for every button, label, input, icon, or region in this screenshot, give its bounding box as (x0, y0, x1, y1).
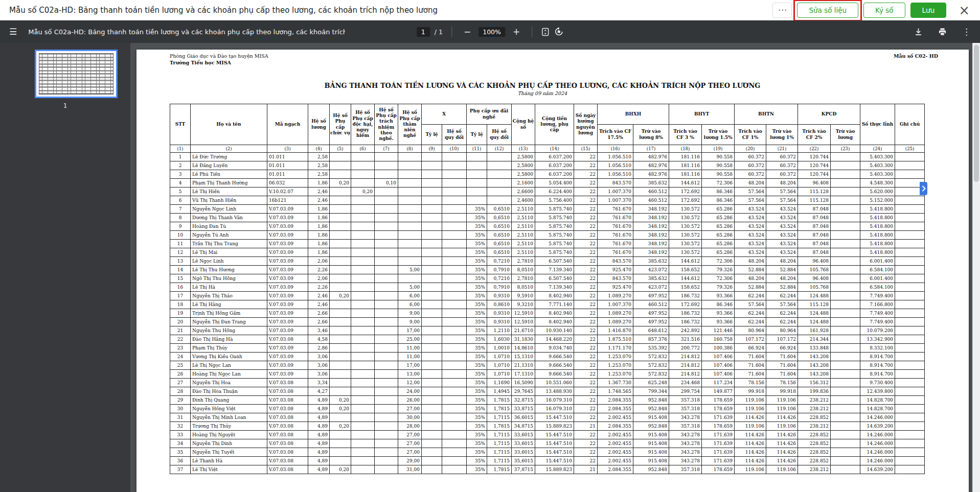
table-row: 17Nguyễn Thị ThảoV.07.03.092,460,206,003… (170, 292, 925, 300)
col-group-bhyt: BHYT (669, 104, 735, 125)
org-line-1: Phòng Giáo dục và Đào tạo huyện MISA (170, 53, 938, 59)
print-icon[interactable] (938, 28, 947, 36)
org-line-2: Trường Tiểu học MISA (170, 60, 938, 65)
digital-sign-button[interactable]: Ký số (863, 3, 905, 18)
col-pc-thamnien: Hệ số Phụ cấp thâm niên nghề (398, 104, 422, 145)
col-bhtn-cf: Trích vào CF 1% (735, 125, 766, 145)
pdf-doc-title: Mẫu số C02a-HD: Bảng thanh toán tiền lươ… (28, 28, 345, 36)
toolbar-divider (451, 27, 452, 37)
more-options-button[interactable]: ⋯ (772, 3, 792, 18)
column-number: (13) (512, 145, 535, 153)
column-number: (6) (351, 145, 375, 153)
col-bhxh-cf: Trích vào CF 17.5% (598, 125, 633, 145)
table-row: 27Nguyễn Thị HoaV.07.03.083,3412,0035%1,… (170, 379, 925, 387)
table-row: 3Lê Phú Tiến01.0112,582,58006.037.200221… (170, 170, 925, 179)
column-number: (15) (574, 145, 598, 153)
zoom-in-button[interactable]: + (510, 27, 523, 37)
col-cong-heso: Cộng hệ số (512, 104, 535, 145)
salary-table: STT Họ và tên Mã ngạch Hệ số lương Hệ số… (170, 104, 925, 474)
zoom-out-button[interactable]: − (461, 27, 474, 37)
pdf-toolbar-right: ⋮ (914, 27, 971, 37)
table-row: 22Đào Thị Hằng HàV.07.03.084,5825,0035%1… (170, 335, 925, 344)
column-number: (11) (467, 145, 487, 153)
close-icon[interactable]: × (955, 3, 973, 17)
col-bhtn-luong: Trừ vào lương 1% (766, 125, 798, 145)
scrollbar-thumb[interactable] (974, 45, 979, 182)
col-group-kpcd: KPCĐ (798, 104, 860, 125)
column-number: (4) (308, 145, 330, 153)
table-row: 30Nguyễn Hồng ViệtV.07.03.084,890,2027,0… (170, 405, 925, 413)
table-row: 6Vũ Thị Thanh Hiền16b1212,462,46005.756.… (170, 196, 925, 205)
page-total-label: / 1 (435, 28, 443, 36)
document-title: BẢNG THANH TOÁN TIỀN LƯƠNG VÀ CÁC KHOẢN … (170, 82, 915, 89)
column-number: (1) (170, 145, 191, 153)
document-header: Phòng Giáo dục và Đào tạo huyện MISA Trư… (170, 53, 938, 65)
column-number: (9) (422, 145, 442, 153)
table-row: 19Trịnh Thị Hồng GấmV.07.03.092,669,0035… (170, 309, 925, 318)
column-number: (16) (598, 145, 633, 153)
menu-icon[interactable]: ☰ (9, 27, 17, 37)
table-row: 13Lê Ngọc LinhV.07.03.092,0635%0,72102,7… (170, 257, 925, 266)
column-number: (14) (535, 145, 574, 153)
page-thumbnail[interactable] (35, 50, 118, 98)
column-number: (19) (702, 145, 735, 153)
window-titlebar: Mẫu số C02a-HD: Bảng thanh toán tiền lươ… (0, 0, 980, 20)
column-number: (2) (191, 145, 267, 153)
table-row: 26Hoàng Thị Ngọc LanV.07.03.093,0613,003… (170, 370, 925, 379)
col-pc-dochai: Hệ số Phụ cấp độc hại, nguy hiểm (351, 104, 375, 145)
table-row: 10Nguyễn Tú AnhV.07.03.091,8635%0,65102,… (170, 231, 925, 240)
col-group-uudai: Phụ cấp ưu đãi nghề (467, 104, 512, 125)
table-row: 23Phạm Thị ThúyV.07.03.092,8611,0035%1,0… (170, 344, 925, 353)
col-uudai-quydoi: Hệ số quy đổi (487, 125, 512, 145)
rotate-icon[interactable] (554, 27, 563, 36)
window-title: Mẫu số C02a-HD: Bảng thanh toán tiền lươ… (9, 6, 772, 15)
kebab-menu-icon[interactable]: ⋮ (962, 27, 971, 37)
col-x-quydoi: Hệ số quy đổi (442, 125, 467, 145)
table-row: 16Lê Thị HàV.07.03.092,265,0035%0,79108,… (170, 283, 925, 292)
table-row: 37Lê Thị ViệtV.07.03.084,890,2031,0035%1… (170, 465, 925, 474)
col-pc-trachnhiem: Hệ số Phụ cấp trách nhiệm theo nghề. (375, 104, 398, 145)
column-number: (24) (860, 145, 895, 153)
column-number: (17) (633, 145, 669, 153)
column-number: (10) (442, 145, 467, 153)
table-row: 18Lê Thị HằngV.07.03.092,466,0035%0,8610… (170, 300, 925, 309)
vertical-scrollbar (972, 43, 980, 492)
col-code: Mã ngạch (267, 104, 308, 145)
fit-page-icon[interactable] (541, 28, 550, 36)
table-row: 33Hoàng Thị NguyệtV.07.03.084,8927,0035%… (170, 431, 925, 439)
table-row: 25Lê Thị Ngọc LanV.07.03.093,0617,0035%1… (170, 361, 925, 370)
table-row: 4Phạm Thị Thanh Hường06.0321,860,200,102… (170, 179, 925, 188)
col-so-ngay: Số ngày hưởng nguyên lương (574, 104, 598, 145)
expand-panel-tab[interactable] (920, 182, 927, 195)
col-uudai-tyle: Tỷ lệ (467, 125, 487, 145)
column-number: (12) (487, 145, 512, 153)
page-number-input[interactable]: 1 (417, 27, 430, 37)
table-row: 31Nguyễn Thị Minh LoanV.07.03.084,8930,0… (170, 413, 925, 422)
table-row: 34Nguyễn Thị DinhV.07.03.084,8927,0035%1… (170, 439, 925, 448)
table-row: 7Nguyễn Ngọc LinhV.07.03.091,8635%0,6510… (170, 205, 925, 214)
col-so-thuclinh: Số thực lĩnh (860, 104, 895, 145)
table-row: 14Lê Thị Thu HươngV.07.03.092,265,0035%0… (170, 266, 925, 274)
pdf-toolbar: ☰ Mẫu số C02a-HD: Bảng thanh toán tiền l… (0, 20, 980, 43)
table-row: 32Trương Thị ThủyV.07.03.084,890,2028,00… (170, 422, 925, 431)
titlebar-actions: ⋯ Sửa số liệu Ký số Lưu × (772, 3, 973, 18)
pdf-content-area: 1 Phòng Giáo dục và Đào tạo huyện MISA T… (0, 43, 980, 492)
table-row: 11Trần Thị Thu TrangV.07.03.091,8635%0,6… (170, 240, 925, 248)
column-number: (25) (895, 145, 925, 153)
pdf-page-controls: 1 / 1 − 100% + (417, 20, 563, 43)
zoom-level-label: 100% (478, 27, 505, 37)
table-row: 8Dương Thị Thanh VânV.07.03.091,8635%0,6… (170, 214, 925, 222)
thumbnail-page-number: 1 (0, 102, 130, 109)
save-button[interactable]: Lưu (910, 3, 947, 18)
col-bhyt-luong: Trừ vào lương 1.5% (702, 125, 735, 145)
table-row: 28Đào Thị Hòa ThuậnV.07.03.084,2724,0035… (170, 387, 925, 396)
table-row: 29Đinh Thị QuangV.07.03.084,890,2026,003… (170, 396, 925, 405)
table-row: 36Lê Thanh HàV.07.03.084,8929,0035%1,711… (170, 457, 925, 465)
col-cong-tien: Cộng tiền lương, phụ cấp (535, 104, 574, 145)
column-number: (8) (398, 145, 422, 153)
download-icon[interactable] (914, 28, 923, 36)
document-subtitle: Tháng 09 năm 2024 (170, 90, 915, 96)
col-kpcd-luong: Trừ vào lương (831, 125, 860, 145)
edit-data-button[interactable]: Sửa số liệu (797, 3, 858, 18)
col-group-bhxh: BHXH (598, 104, 669, 125)
